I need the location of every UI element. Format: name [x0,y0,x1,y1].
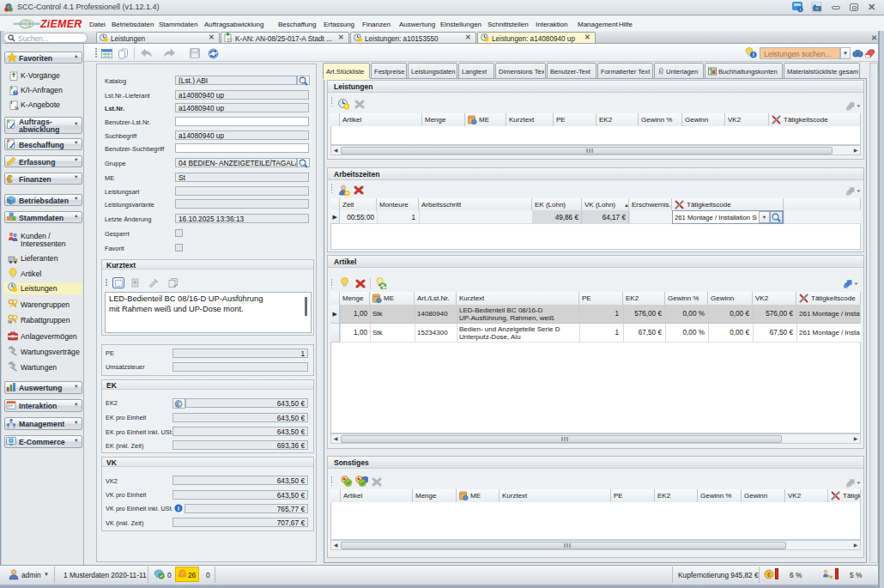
svg-text:i: i [178,506,179,512]
svg-text:%: % [15,106,19,111]
svg-text:i: i [800,7,801,12]
svg-text:%: % [8,319,12,324]
svg-text:?: ? [15,90,17,95]
svg-text:€: € [7,173,13,184]
svg-text:i: i [753,52,754,58]
svg-text:$: $ [176,402,179,407]
